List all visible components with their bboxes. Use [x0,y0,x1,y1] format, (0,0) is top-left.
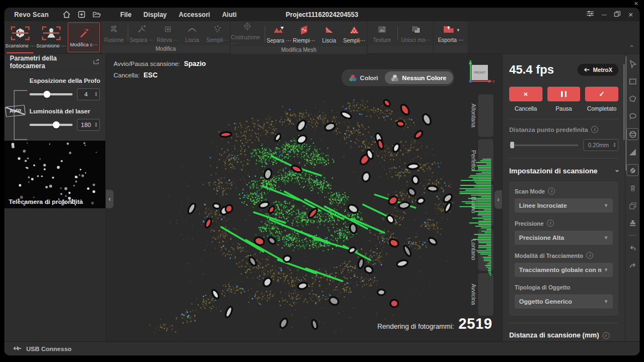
precision-select[interactable]: Precisione Alta▼ [515,231,613,245]
separate-points-button[interactable]: Separa ··· [129,21,154,45]
color-mode-nessun-colore[interactable]: Nessun Colore [385,71,453,84]
close-button[interactable]: × [628,10,633,19]
scan-viewport[interactable]: Avvio/Pausa scansione:Spazio Cancella:ES… [106,54,502,341]
tracking-mode-select[interactable]: Tracciamento globale con mark▼ [515,263,613,277]
texture-button[interactable]: Texture [368,21,396,45]
scan-cube-icon [11,26,29,41]
separate-mesh-icon [272,25,285,37]
gizmo-front-label: FRONT [474,71,486,74]
merge-models-button[interactable]: Unisci mo··· [399,21,433,45]
gizmo-z-label: Z [469,59,472,64]
menu-accessori[interactable]: Accessori [174,10,215,20]
point-distance-stepper[interactable]: 0.20mm ▲▼ [583,139,618,151]
scan-mode-select[interactable]: Linee Incrociate▼ [515,198,613,213]
camera-panel: Parametri della fotocamera Auto Esposizi… [4,54,106,341]
redo-icon[interactable] [627,260,638,270]
scan-object-button[interactable]: Scansione ··· [4,21,35,53]
overlay-close-icon[interactable]: ✕ [634,1,639,7]
laser-brightness-stepper[interactable]: 180 ▲▼ [77,119,100,131]
cancel-x-icon: × [524,90,528,98]
export-icon [442,24,455,36]
complete-scan-button[interactable]: ✓ Completato [585,87,618,112]
separate-mesh-button[interactable]: Separa ··· [266,21,291,46]
edit-camera-button[interactable]: Modifica c··· [68,22,100,52]
separate-points-icon [136,24,148,36]
marker-stamp-icon[interactable] [627,218,638,228]
construct-button[interactable]: Costruzione ··· [231,21,264,46]
auto-exposure-toggle[interactable]: Auto [5,105,26,117]
magic-wand-icon [78,27,90,40]
toolbar-group-modifica: Fusione Separa ··· Rileva··· Liscia [102,21,230,53]
object-type-select[interactable]: Oggetto Generico▼ [515,294,613,309]
simplify-mesh-icon [348,25,360,37]
chevron-down-icon[interactable]: › [613,170,621,172]
smooth-mesh-icon [323,25,335,37]
depth-camera-label: Telecamera di profondità [9,198,83,205]
open-folder-icon[interactable] [93,11,101,18]
laser-brightness-slider[interactable] [29,124,73,126]
export-button[interactable]: ▾ Esporta ··· [434,21,468,45]
simplify-button[interactable]: Sempli··· [205,21,230,45]
smooth-mesh-button[interactable]: Liscia [317,21,342,46]
exposure-label: Esposizione della Profo [29,77,100,84]
delete-selection-icon[interactable] [627,183,638,194]
smooth-button[interactable]: Liscia [180,21,205,45]
usb-status-text: USB Connesso [26,346,71,352]
duplicate-icon[interactable] [627,200,638,211]
simplify-mesh-button[interactable]: Sempli··· [342,21,367,46]
fusion-button[interactable]: Fusione [102,21,127,45]
point-distance-slider[interactable] [509,144,579,146]
brush-select-icon[interactable] [627,164,639,176]
strip-scrollbar[interactable] [625,56,627,171]
toolbar-collapse-icon[interactable]: › [627,45,635,47]
popout-icon[interactable] [93,58,100,67]
color-mode-colori[interactable]: Colori [343,71,385,84]
sphere-select-icon[interactable] [627,128,639,140]
info-icon[interactable]: i [547,220,554,227]
fps-readout: 45.4 fps [509,63,554,77]
layout-settings-icon[interactable] [586,10,594,19]
menu-aiuti[interactable]: Aiuti [217,10,242,20]
scan-point-cloud[interactable] [106,54,502,341]
scan-bust-button[interactable]: Scansione ··· [35,21,67,53]
restore-button[interactable] [614,11,621,18]
info-icon[interactable]: i [591,126,598,133]
tracking-mode-label: Modalità di Tracciamento [515,252,583,259]
home-icon[interactable] [63,11,70,18]
collapse-left-panel-tab[interactable]: ‹ [106,190,114,208]
detect-button[interactable]: Rileva··· [154,21,180,45]
group-label-texture [368,45,433,53]
cancel-scan-button[interactable]: × Cancella [509,87,542,112]
invert-selection-icon[interactable] [627,147,638,158]
pause-scan-button[interactable]: Pausa [547,87,581,112]
exposure-stepper[interactable]: 4 ▲▼ [77,88,100,100]
metrox-button[interactable]: MetroX [577,64,618,76]
menu-file[interactable]: File [115,10,136,20]
export-chevron-icon: ▾ [457,27,460,33]
window-title: Project11162024204553 [286,11,359,19]
exposure-slider[interactable] [29,93,73,95]
toolbar-separator [265,26,265,42]
info-icon[interactable]: i [548,188,555,195]
minimize-button[interactable]: ─ [602,11,607,18]
undo-icon[interactable] [627,242,638,253]
info-icon[interactable]: i [586,252,593,259]
main-content: Parametri della fotocamera Auto Esposizi… [4,54,640,341]
polygon-lasso-icon[interactable] [627,93,638,104]
frame-counter: Rendering di fotogrammi: 2519 [378,316,492,333]
ellipse-lasso-icon[interactable] [627,111,638,122]
point-distance-label: Distanza punto predefinita [509,126,588,133]
fill-holes-button[interactable]: Riempi··· [291,21,317,46]
toolbar-separator [397,26,398,41]
view-cube-gizmo[interactable]: FRONT Z X [464,58,494,88]
scan-bust-icon [42,26,61,41]
info-icon[interactable]: i [603,332,610,339]
rect-select-icon[interactable] [627,76,638,87]
menu-display[interactable]: Display [139,10,172,20]
depth-camera-preview[interactable]: Telecamera di profondità [4,141,105,208]
construct-icon [241,21,253,33]
fill-holes-icon [298,25,310,37]
select-arrow-icon[interactable] [627,58,638,69]
expand-right-panel-tab[interactable]: › [494,190,502,209]
new-project-icon[interactable] [78,11,85,18]
